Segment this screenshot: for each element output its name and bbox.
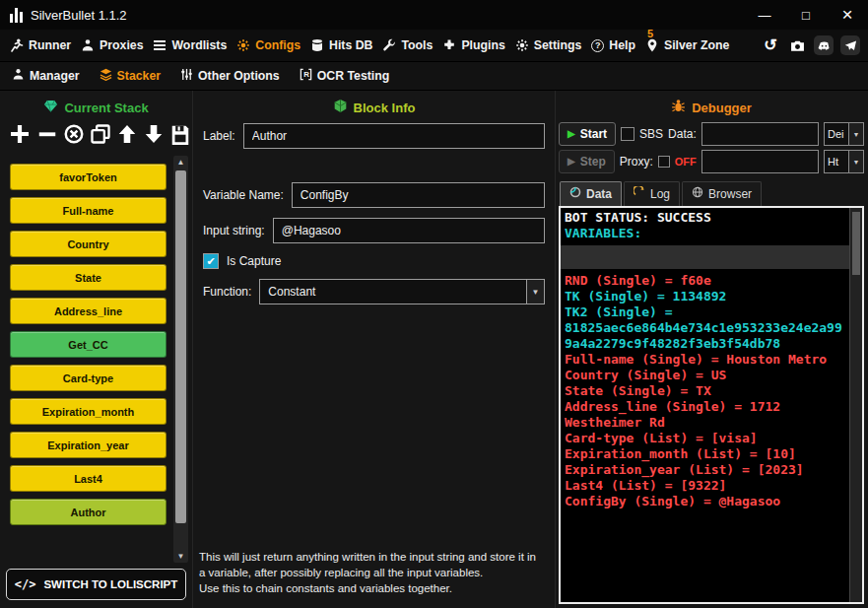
variable-name-input[interactable] [292,182,545,208]
stack-scrollbar[interactable]: ▲ ▼ [173,156,188,563]
menu-item-label: Configs [255,38,300,52]
start-button-label: Start [580,127,607,141]
remove-block-icon[interactable] [36,123,58,145]
label-input[interactable] [243,123,545,149]
proxy-type-select[interactable]: Ht ▼ [824,150,864,173]
play-icon: ▶ [568,157,575,167]
debugger-title: Debugger [692,101,752,115]
stack-block[interactable]: Expiration_month [10,398,167,425]
tab-data[interactable]: Data [560,181,622,206]
debugger-tabs: Data Log Browser [560,181,864,206]
maximize-button[interactable]: □ [785,0,827,30]
runner-icon [10,38,24,52]
stack-block[interactable]: State [10,264,167,291]
tab-log[interactable]: Log [624,181,680,206]
app-logo-icon [10,8,23,23]
camera-icon[interactable] [787,35,807,55]
tab-browser[interactable]: Browser [682,181,762,206]
menu-item-silver-zone[interactable]: 5 Silver Zone [645,38,729,52]
menu-item-plugins[interactable]: Plugins [442,38,504,52]
step-button[interactable]: ▶ Step [559,150,615,173]
clear-stack-icon[interactable] [63,123,85,145]
tab-label: Data [586,187,612,201]
proxy-off-label: OFF [675,156,697,168]
stack-block[interactable]: Expiration_year [10,432,167,458]
stack-block[interactable]: Card-type [10,365,167,391]
stack-block[interactable]: Address_line [10,298,167,324]
list-icon [153,38,167,52]
proxy-type-value: Ht [825,151,848,172]
tab-ocr-testing[interactable]: R OCR Testing [300,68,390,84]
duplicate-block-icon[interactable] [90,123,111,145]
function-select[interactable]: Constant ▼ [259,279,545,304]
log-line: Country (Single) = US [565,368,845,383]
menu-item-tools[interactable]: Tools [382,38,433,52]
menu-item-label: Hits DB [329,38,372,52]
history-icon[interactable]: ↺ [761,35,780,55]
stack-block[interactable]: Full-name [10,197,167,224]
minimize-button[interactable]: — [744,0,785,30]
start-button[interactable]: ▶ Start [559,122,616,146]
sbs-label: SBS [639,127,663,141]
data-tab-icon [569,186,581,201]
menu-item-help[interactable]: ? Help [591,38,635,52]
menu-item-label: Tools [401,38,433,52]
move-down-icon[interactable] [143,123,165,145]
close-button[interactable]: × [827,0,868,30]
menu-item-label: Plugins [461,38,504,52]
log-tab-icon [634,186,645,201]
stack-block[interactable]: Country [10,231,167,257]
discord-icon[interactable] [814,35,834,55]
input-string-input[interactable] [273,218,545,243]
puzzle-icon [442,38,456,52]
log-line: Card-type (List) = [visa] [565,431,845,446]
is-capture-checkbox[interactable]: ✔ [203,253,219,269]
stack-block-selected[interactable]: Author [10,499,167,525]
tab-label: Manager [30,69,80,83]
block-info-title: Block Info [354,101,416,115]
wordlist-type-select[interactable]: Dei ▼ [824,122,864,146]
move-up-icon[interactable] [116,123,138,145]
stack-block[interactable]: Last4 [10,465,167,492]
menu-item-settings[interactable]: Settings [515,38,582,52]
save-icon[interactable] [169,123,191,145]
menu-item-configs[interactable]: Configs [236,38,300,52]
tab-manager[interactable]: Manager [12,68,80,84]
function-select-value: Constant [260,280,526,304]
log-line: Last4 (List) = [9322] [565,478,845,494]
log-line-selected[interactable] [561,245,849,269]
proxy-label: Proxy: [620,155,653,169]
log-line: VARIABLES: [565,226,845,241]
chevron-down-icon: ▼ [526,280,544,304]
log-line: Full-name (Single) = Houston Metro [565,352,845,368]
menu-item-hits-db[interactable]: Hits DB [310,38,372,52]
tab-stacker[interactable]: Stacker [100,68,161,84]
tab-other-options[interactable]: Other Options [180,68,280,84]
scroll-down-icon[interactable]: ▼ [177,552,185,561]
wordlist-type-value: Dei [825,123,848,145]
proxy-checkbox[interactable] [658,156,670,168]
switch-to-loliscript-button[interactable]: </> SWITCH TO LOLISCRIPT [6,569,186,600]
telegram-icon[interactable] [840,35,860,55]
menu-item-wordlists[interactable]: Wordlists [153,38,227,52]
sbs-checkbox[interactable] [621,127,634,141]
log-line: Expiration_month (List) = [10] [565,446,845,462]
menu-item-label: Runner [29,38,71,52]
stack-block[interactable]: favorToken [10,164,167,190]
proxy-input[interactable] [701,150,819,173]
tab-label: Log [650,187,670,201]
log-scrollbar[interactable] [849,208,862,602]
stack-toolbar [0,118,192,150]
scrollbar-thumb[interactable] [175,170,186,523]
stack-block-list: favorToken Full-name Country State Addre… [0,150,192,565]
add-block-icon[interactable] [8,122,32,146]
main-menu-bar: Runner Proxies Wordlists Configs Hits DB… [0,30,868,62]
data-input[interactable] [701,122,819,146]
stack-block[interactable]: Get_CC [10,331,167,358]
scrollbar-thumb[interactable] [852,212,860,275]
window-title: SilverBullet 1.1.2 [31,8,127,23]
tab-label: Browser [708,187,752,201]
scroll-up-icon[interactable]: ▲ [177,158,185,167]
menu-item-proxies[interactable]: Proxies [81,38,143,52]
menu-item-runner[interactable]: Runner [10,38,71,52]
